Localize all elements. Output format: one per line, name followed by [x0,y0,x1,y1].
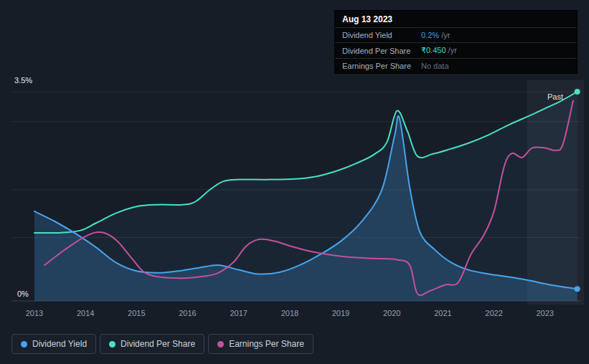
tooltip-label: Dividend Yield [342,31,421,39]
tooltip-row-earnings-per-share: Earnings Per Share No data [335,58,577,73]
dividend-yield-dot-icon [21,341,27,348]
dividend-per-share-dot-icon [109,341,116,348]
tooltip-row-dividend-per-share: Dividend Per Share ₹0.450 /yr [335,42,577,58]
tooltip-value: 0.2% /yr [421,31,450,39]
svg-text:2021: 2021 [434,309,451,317]
svg-text:2019: 2019 [332,309,349,317]
svg-text:2015: 2015 [128,309,145,317]
chart-tooltip: Aug 13 2023 Dividend Yield 0.2% /yr Divi… [334,10,578,74]
past-region-label: Past [547,92,563,101]
svg-text:2014: 2014 [77,309,94,317]
svg-text:2020: 2020 [383,309,400,317]
svg-text:2018: 2018 [281,309,298,317]
tooltip-label: Earnings Per Share [342,62,421,70]
dividend-history-chart: 2013201420152016201720182019202020212022… [0,0,589,364]
earnings-per-share-dot-icon [217,341,224,348]
tooltip-label: Dividend Per Share [342,47,421,55]
tooltip-date: Aug 13 2023 [335,11,577,27]
tooltip-row-dividend-yield: Dividend Yield 0.2% /yr [335,27,577,42]
y-axis-label-min: 0% [17,289,29,298]
svg-text:2017: 2017 [230,309,247,317]
svg-text:2022: 2022 [485,309,502,317]
legend-label: Dividend Yield [32,339,87,349]
y-axis-label-max: 3.5% [14,76,32,85]
legend-item-earnings-per-share[interactable]: Earnings Per Share [208,334,314,354]
legend-label: Earnings Per Share [229,339,304,349]
svg-text:2013: 2013 [26,309,43,317]
tooltip-value: No data [421,62,449,70]
svg-text:2016: 2016 [179,309,196,317]
chart-legend: Dividend Yield Dividend Per Share Earnin… [11,334,314,354]
tooltip-value: ₹0.450 /yr [421,46,457,55]
legend-item-dividend-per-share[interactable]: Dividend Per Share [100,334,204,354]
legend-label: Dividend Per Share [121,339,195,349]
legend-item-dividend-yield[interactable]: Dividend Yield [11,334,96,354]
svg-text:2023: 2023 [536,309,553,317]
